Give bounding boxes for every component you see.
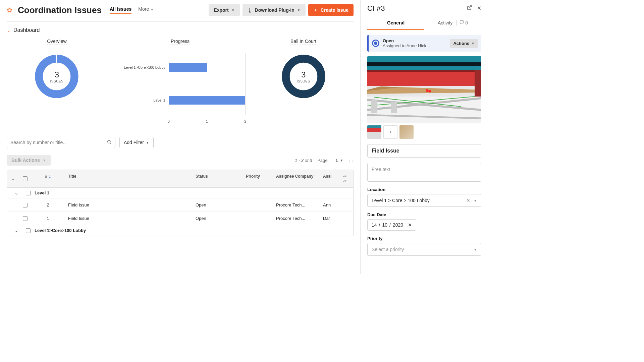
select-all-checkbox[interactable] (23, 176, 28, 181)
open-external-icon[interactable] (467, 5, 472, 12)
chevron-down-icon: ▼ (340, 159, 343, 162)
svg-rect-20 (371, 100, 377, 113)
prev-page-button[interactable]: ‹ (348, 158, 350, 163)
chevron-down-icon: ⌄ (7, 228, 26, 233)
thumbnail[interactable] (383, 125, 397, 139)
column-resize-handle[interactable]: ⇔ ▱ (340, 170, 353, 187)
chevron-down-icon: ▼ (471, 42, 475, 45)
table-row[interactable]: 1 Field Issue Open Procore Tech... Dar (7, 212, 353, 225)
svg-line-4 (469, 6, 472, 8)
chevron-down-icon: ⌄ (7, 191, 26, 195)
ball-in-court-chart: Ball In Court 3ISSUES (253, 39, 354, 123)
svg-rect-9 (367, 70, 481, 86)
issues-table: ⌄ #▲▼ Title Status Priority Assignee Com… (7, 170, 354, 236)
close-icon[interactable]: ✕ (477, 5, 481, 12)
chevron-down-icon: ⌄ (7, 27, 11, 33)
add-filter-button[interactable]: Add Filter▼ (119, 137, 154, 148)
comment-icon (460, 20, 464, 25)
clear-icon[interactable]: ✕ (408, 222, 412, 228)
col-assignee[interactable]: Assi (320, 170, 340, 187)
thumbnail[interactable] (367, 125, 381, 139)
col-assignee-company[interactable]: Assignee Company (273, 170, 320, 187)
row-checkbox[interactable] (23, 216, 28, 221)
logo-icon: ✿ (7, 6, 12, 14)
tab-more[interactable]: More▼ (138, 6, 154, 14)
chevron-down-icon: ▼ (150, 8, 154, 11)
col-number[interactable]: #▲▼ (31, 170, 65, 187)
model-preview[interactable] (367, 56, 481, 123)
col-priority[interactable]: Priority (243, 170, 273, 187)
search-input-wrapper[interactable] (7, 137, 115, 148)
plus-icon: ＋ (313, 7, 318, 13)
due-date-label: Due Date (367, 212, 481, 217)
col-status[interactable]: Status (192, 170, 243, 187)
chevron-down-icon: ▼ (474, 248, 477, 251)
tab-activity[interactable]: Activity 0 (424, 17, 481, 30)
progress-chart: Progress 0 1 2 Level 1>Core>100 Lobby Le… (115, 39, 245, 123)
svg-point-22 (426, 89, 428, 92)
status-open-icon (372, 40, 379, 47)
chevron-down-icon: ▼ (474, 199, 477, 202)
page-header: ✿ Coordination Issues All Issues More▼ E… (7, 4, 354, 16)
page-title: Coordination Issues (18, 5, 102, 15)
tab-all-issues[interactable]: All Issues (110, 6, 131, 14)
status-card: Open Assigned to Anne Hick... Actions▼ (367, 35, 481, 52)
priority-select[interactable]: Select a priority ▼ (367, 243, 481, 256)
download-plugin-button[interactable]: ⭳Download Plug-in▼ (243, 4, 306, 16)
dashboard-toggle[interactable]: ⌄ Dashboard (7, 27, 354, 33)
overview-chart: Overview 3ISSUES (7, 39, 107, 123)
group-checkbox[interactable] (26, 228, 31, 233)
thumbnail[interactable] (399, 125, 414, 139)
issue-title-input[interactable]: Field Issue (367, 144, 481, 158)
group-row[interactable]: ⌄ Level 1>Core>100 Lobby (7, 225, 353, 236)
page-number[interactable]: 1 (335, 158, 338, 163)
download-icon: ⭳ (248, 7, 252, 13)
row-checkbox[interactable] (23, 203, 28, 207)
chevron-down-icon: ▼ (231, 8, 235, 12)
chevron-down-icon: ▼ (43, 159, 46, 162)
svg-point-2 (108, 140, 110, 143)
location-select[interactable]: Level 1 > Core > 100 Lobby ✕▼ (367, 194, 481, 207)
search-input[interactable] (10, 140, 107, 145)
svg-line-3 (110, 142, 111, 143)
detail-panel: CI #3 ✕ General Activity 0 Open Assigned… (361, 0, 488, 274)
svg-rect-10 (367, 70, 481, 72)
group-row[interactable]: ⌄ Level 1 (7, 188, 353, 198)
location-label: Location (367, 187, 481, 192)
group-checkbox[interactable] (26, 191, 31, 195)
svg-rect-7 (367, 62, 481, 66)
export-button[interactable]: Export▼ (209, 4, 239, 16)
bulk-actions-button[interactable]: Bulk Actions▼ (7, 155, 51, 166)
create-issue-button[interactable]: ＋Create Issue (308, 4, 354, 16)
detail-title: CI #3 (367, 4, 385, 13)
table-row[interactable]: 2 Field Issue Open Procore Tech... Ann (7, 198, 353, 212)
search-icon (107, 140, 112, 145)
next-page-button[interactable]: › (352, 158, 354, 163)
actions-button[interactable]: Actions▼ (450, 39, 478, 48)
svg-rect-8 (367, 66, 481, 70)
result-range: 1 - 3 of 3 (295, 158, 312, 163)
svg-rect-21 (391, 102, 397, 113)
col-title[interactable]: Title (65, 170, 192, 187)
expand-all-icon[interactable]: ⌄ (11, 176, 15, 181)
chevron-down-icon: ▼ (297, 8, 301, 12)
description-input[interactable]: Free text (367, 163, 481, 182)
tab-general[interactable]: General (367, 17, 424, 30)
svg-rect-6 (367, 56, 481, 62)
priority-label: Priority (367, 236, 481, 241)
clear-icon[interactable]: ✕ (466, 198, 470, 203)
svg-point-23 (428, 90, 431, 93)
chevron-down-icon: ▼ (146, 141, 149, 144)
due-date-input[interactable]: 14 / 10 / 2020 ✕ (367, 219, 416, 231)
